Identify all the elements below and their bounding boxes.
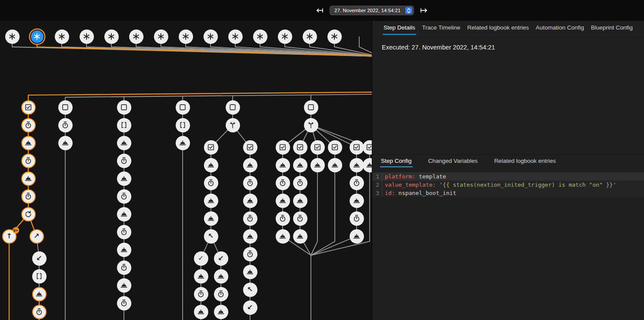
service-node[interactable] — [310, 158, 325, 172]
tab-changed-variables[interactable]: Changed Variables — [427, 155, 479, 167]
arrow-up-left-node[interactable]: ↖ — [204, 229, 218, 244]
timer-node[interactable] — [243, 211, 257, 226]
service-node[interactable] — [350, 194, 364, 208]
trigger-node[interactable] — [303, 30, 317, 44]
arrow-down-left-node[interactable]: ↙ — [32, 251, 47, 266]
service-node[interactable] — [276, 229, 290, 244]
arrow-down-left-node[interactable]: ↙ — [214, 251, 228, 266]
service-node[interactable] — [194, 305, 208, 319]
timer-node[interactable] — [117, 154, 131, 168]
timer-node[interactable] — [21, 189, 36, 204]
trigger-node[interactable] — [228, 30, 243, 44]
timer-node[interactable] — [117, 296, 131, 310]
trigger-node[interactable] — [154, 30, 168, 44]
service-node[interactable] — [194, 269, 208, 284]
tab-related-logbook-entries[interactable]: Related logbook entries — [466, 21, 530, 35]
service-node[interactable] — [293, 194, 307, 208]
timer-node[interactable] — [293, 211, 307, 226]
service-node[interactable] — [214, 269, 228, 284]
service-node[interactable] — [204, 158, 218, 172]
next-trace-button[interactable] — [419, 5, 429, 16]
repeat-node[interactable] — [21, 207, 36, 221]
timer-node[interactable] — [117, 189, 131, 204]
condition-node[interactable] — [350, 140, 364, 155]
trigger-node[interactable] — [253, 30, 267, 44]
service-node[interactable] — [214, 305, 228, 319]
timer-node[interactable] — [243, 176, 257, 190]
choose-node[interactable] — [304, 118, 318, 132]
timer-node[interactable] — [194, 287, 208, 301]
tab-automation-config[interactable]: Automation Config — [535, 21, 585, 35]
tab-blueprint-config[interactable]: Blueprint Config — [590, 21, 634, 35]
brackets-node[interactable] — [32, 269, 47, 284]
timer-node[interactable] — [276, 176, 290, 190]
timer-node[interactable] — [32, 305, 47, 319]
service-node[interactable] — [21, 136, 36, 150]
square-node[interactable] — [58, 100, 73, 115]
choose-node[interactable] — [226, 118, 240, 132]
condition-node[interactable] — [293, 140, 307, 155]
service-node[interactable] — [243, 265, 257, 279]
trigger-node[interactable] — [129, 30, 143, 44]
timer-node[interactable] — [350, 211, 364, 226]
arrow-up-node[interactable]: ↑9+ — [2, 229, 17, 244]
arrow-up-right-node[interactable]: ↗ — [30, 229, 44, 244]
condition-node[interactable] — [276, 140, 290, 155]
condition-node[interactable] — [21, 100, 36, 115]
service-node[interactable] — [243, 229, 257, 244]
tab-config-related-logbook-entries[interactable]: Related logbook entries — [493, 155, 557, 167]
service-node[interactable] — [117, 243, 131, 257]
trigger-node[interactable] — [5, 30, 20, 44]
check-node[interactable]: ✓ — [194, 251, 208, 266]
timer-node[interactable] — [204, 176, 218, 190]
service-node[interactable] — [176, 136, 190, 150]
arrow-down-left-node[interactable]: ↙ — [243, 300, 257, 315]
square-node[interactable] — [226, 100, 240, 115]
service-node[interactable] — [117, 207, 131, 221]
square-node[interactable] — [176, 100, 190, 115]
timer-node[interactable] — [293, 176, 307, 190]
square-node[interactable] — [304, 100, 318, 115]
service-node[interactable] — [21, 172, 36, 186]
service-node[interactable] — [363, 158, 372, 172]
service-node[interactable] — [117, 278, 131, 293]
service-node[interactable] — [350, 229, 364, 244]
service-node[interactable] — [328, 158, 342, 172]
arrow-up-left-node[interactable]: ↖ — [243, 283, 257, 297]
service-node[interactable] — [243, 194, 257, 208]
trigger-node[interactable] — [80, 30, 94, 44]
service-node[interactable] — [117, 172, 131, 186]
timer-node[interactable] — [117, 261, 131, 275]
trace-date-select[interactable]: 27. November 2022, 14:54:21 — [330, 6, 414, 15]
brackets-node[interactable] — [117, 118, 131, 132]
previous-trace-button[interactable] — [314, 5, 325, 16]
trigger-node[interactable] — [30, 30, 44, 44]
timer-node[interactable] — [350, 176, 364, 190]
service-node[interactable] — [243, 158, 257, 172]
condition-node[interactable] — [328, 140, 342, 155]
service-node[interactable] — [117, 136, 131, 150]
timer-node[interactable] — [117, 225, 131, 239]
square-node[interactable] — [117, 100, 131, 115]
timer-node[interactable] — [21, 154, 36, 168]
service-node[interactable] — [276, 194, 290, 208]
tab-trace-timeline[interactable]: Trace Timeline — [421, 21, 461, 35]
brackets-node[interactable] — [176, 118, 190, 132]
trigger-node[interactable] — [104, 30, 119, 44]
trigger-node[interactable] — [55, 30, 69, 44]
timer-node[interactable] — [58, 118, 73, 132]
condition-node[interactable] — [363, 140, 372, 155]
tab-step-details[interactable]: Step Details — [383, 21, 416, 35]
timer-node[interactable] — [276, 211, 290, 226]
timer-node[interactable] — [21, 118, 36, 132]
trigger-node[interactable] — [327, 30, 342, 44]
service-node[interactable] — [276, 158, 290, 172]
trigger-node[interactable] — [204, 30, 218, 44]
service-node[interactable] — [204, 211, 218, 226]
condition-node[interactable] — [243, 140, 257, 155]
service-node[interactable] — [58, 136, 73, 150]
condition-node[interactable] — [310, 140, 325, 155]
timer-node[interactable] — [214, 287, 228, 301]
tab-step-config[interactable]: Step Config — [380, 155, 413, 167]
service-node[interactable] — [293, 158, 307, 172]
